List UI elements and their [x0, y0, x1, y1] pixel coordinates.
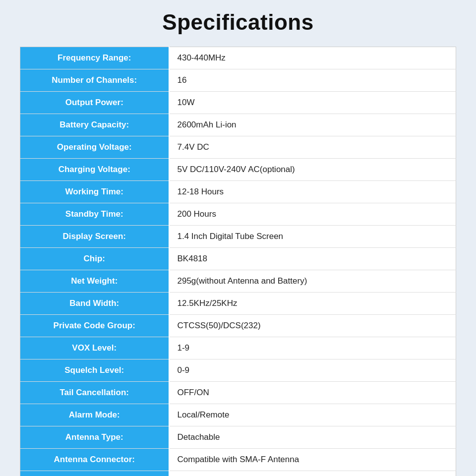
spec-label: Net Weight:	[20, 270, 169, 293]
spec-value: 0-9	[169, 359, 456, 382]
spec-value: 200 Hours	[169, 203, 456, 226]
spec-value: 16	[169, 69, 456, 92]
spec-value: 1-9	[169, 337, 456, 359]
spec-value: 12-18 Hours	[169, 181, 456, 203]
spec-label: Band Width:	[20, 293, 169, 315]
spec-label: Tail Cancellation:	[20, 382, 169, 404]
spec-label: Working Time:	[20, 181, 169, 203]
spec-value: 295g(without Antenna and Battery)	[169, 270, 456, 293]
spec-value: Compatible with 2 Pin K Plug	[169, 471, 456, 476]
specifications-table: Frequency Range:430-440MHzNumber of Chan…	[20, 47, 456, 476]
spec-label: Mic/Speaker Port:	[20, 471, 169, 476]
spec-value: Compatible with SMA-F Antenna	[169, 449, 456, 471]
table-row: Net Weight:295g(without Antenna and Batt…	[20, 270, 456, 293]
page-title: Specifications	[162, 10, 313, 35]
table-row: Frequency Range:430-440MHz	[20, 47, 456, 69]
table-row: Alarm Mode:Local/Remote	[20, 404, 456, 426]
table-row: Antenna Connector:Compatible with SMA-F …	[20, 449, 456, 471]
spec-value: 5V DC/110V-240V AC(optional)	[169, 159, 456, 181]
spec-value: Detachable	[169, 426, 456, 449]
table-row: Band Width:12.5KHz/25KHz	[20, 293, 456, 315]
spec-label: Antenna Connector:	[20, 449, 169, 471]
spec-value: CTCSS(50)/DCS(232)	[169, 315, 456, 337]
spec-value: OFF/ON	[169, 382, 456, 404]
table-row: Charging Voltage:5V DC/110V-240V AC(opti…	[20, 159, 456, 181]
table-row: VOX Level:1-9	[20, 337, 456, 359]
table-row: Private Code Group:CTCSS(50)/DCS(232)	[20, 315, 456, 337]
spec-label: Charging Voltage:	[20, 159, 169, 181]
table-row: Standby Time:200 Hours	[20, 203, 456, 226]
spec-value: 1.4 Inch Digital Tube Screen	[169, 226, 456, 248]
spec-label: Operating Voltage:	[20, 136, 169, 159]
spec-label: Alarm Mode:	[20, 404, 169, 426]
spec-label: Frequency Range:	[20, 47, 169, 69]
table-row: Squelch Level:0-9	[20, 359, 456, 382]
spec-value: 430-440MHz	[169, 47, 456, 69]
spec-value: 7.4V DC	[169, 136, 456, 159]
table-row: Working Time:12-18 Hours	[20, 181, 456, 203]
spec-value: 2600mAh Li-ion	[169, 114, 456, 136]
spec-value: 10W	[169, 92, 456, 114]
spec-label: Output Power:	[20, 92, 169, 114]
table-row: Output Power:10W	[20, 92, 456, 114]
spec-value: Local/Remote	[169, 404, 456, 426]
spec-label: Display Screen:	[20, 226, 169, 248]
spec-value: 12.5KHz/25KHz	[169, 293, 456, 315]
spec-label: Standby Time:	[20, 203, 169, 226]
table-row: Chip:BK4818	[20, 248, 456, 270]
table-row: Display Screen:1.4 Inch Digital Tube Scr…	[20, 226, 456, 248]
spec-label: VOX Level:	[20, 337, 169, 359]
table-row: Operating Voltage:7.4V DC	[20, 136, 456, 159]
spec-label: Squelch Level:	[20, 359, 169, 382]
table-row: Tail Cancellation:OFF/ON	[20, 382, 456, 404]
spec-value: BK4818	[169, 248, 456, 270]
table-row: Number of Channels:16	[20, 69, 456, 92]
spec-label: Battery Capacity:	[20, 114, 169, 136]
table-row: Antenna Type:Detachable	[20, 426, 456, 449]
spec-label: Chip:	[20, 248, 169, 270]
spec-label: Number of Channels:	[20, 69, 169, 92]
spec-label: Antenna Type:	[20, 426, 169, 449]
table-row: Battery Capacity:2600mAh Li-ion	[20, 114, 456, 136]
spec-label: Private Code Group:	[20, 315, 169, 337]
table-row: Mic/Speaker Port:Compatible with 2 Pin K…	[20, 471, 456, 476]
